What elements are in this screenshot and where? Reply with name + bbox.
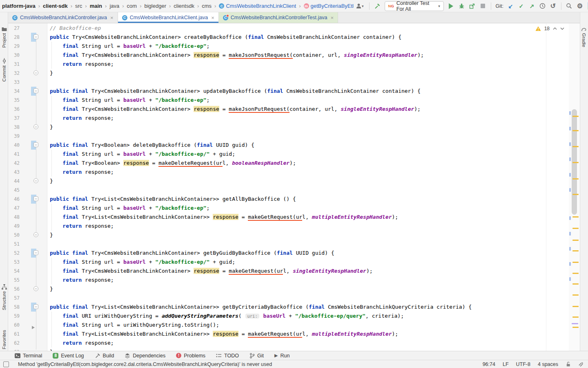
line-number[interactable]: 61 bbox=[8, 330, 20, 339]
code-line[interactable]: // Backoffice-ep bbox=[50, 24, 101, 33]
toolwindow-event-log[interactable]: 8 Event Log bbox=[53, 353, 84, 359]
stripe-vcs-mark[interactable] bbox=[569, 232, 571, 236]
toolwindow-terminal[interactable]: Terminal bbox=[15, 353, 42, 359]
stripe-warning-mark[interactable] bbox=[572, 283, 579, 285]
chevron-down-icon[interactable] bbox=[560, 27, 564, 30]
line-number[interactable]: 58 bbox=[8, 303, 20, 312]
stripe-vcs-mark[interactable] bbox=[569, 111, 571, 115]
line-number[interactable]: 29 bbox=[8, 42, 20, 51]
stripe-warning-mark[interactable] bbox=[572, 146, 579, 147]
search-icon[interactable] bbox=[566, 2, 572, 10]
code-line[interactable]: public Try<CmsWebsiteBranchLinkContainer… bbox=[50, 33, 401, 42]
sidebar-item-project[interactable]: Project bbox=[0, 27, 8, 48]
line-number[interactable]: 39 bbox=[8, 132, 20, 141]
error-stripe[interactable] bbox=[569, 23, 580, 351]
tab-controller-java[interactable]: C CmsWebsiteBranchLinkController.java × bbox=[8, 12, 118, 23]
gutter[interactable]: 2728−29303132−3334−35363738−3940−4142434… bbox=[8, 23, 47, 351]
code-line[interactable]: } bbox=[50, 285, 53, 294]
fold-end-icon[interactable]: − bbox=[33, 286, 38, 291]
line-number[interactable]: 62 bbox=[8, 339, 20, 348]
git-push-icon[interactable]: ↗ bbox=[528, 2, 535, 10]
close-icon[interactable]: × bbox=[211, 15, 214, 21]
gutter-arrow-icon[interactable] bbox=[32, 326, 35, 329]
stripe-warning-mark[interactable] bbox=[572, 194, 579, 195]
line-number[interactable]: 33 bbox=[8, 78, 20, 87]
breadcrumb-item[interactable]: cms bbox=[200, 2, 213, 9]
stripe-warning-mark[interactable] bbox=[572, 250, 579, 251]
code-line[interactable]: } bbox=[50, 231, 53, 240]
toolwindow-dependencies[interactable]: Dependencies bbox=[125, 353, 165, 359]
stripe-info-mark[interactable] bbox=[572, 323, 578, 324]
stripe-vcs-mark[interactable] bbox=[569, 127, 571, 130]
code-line[interactable]: final Try<CmsWebsiteBranchLinkContainer>… bbox=[50, 267, 373, 276]
fold-end-icon[interactable]: − bbox=[33, 70, 38, 75]
breadcrumb-item[interactable]: src bbox=[74, 2, 83, 9]
stripe-warning-mark[interactable] bbox=[572, 116, 579, 117]
stripe-vcs-mark[interactable] bbox=[569, 173, 571, 177]
code-line[interactable]: return response; bbox=[50, 168, 114, 177]
toolwindow-build[interactable]: Build bbox=[95, 353, 114, 359]
git-update-icon[interactable]: ↙ bbox=[507, 2, 514, 10]
stripe-vcs-mark[interactable] bbox=[569, 247, 571, 251]
stripe-vcs-mark[interactable] bbox=[569, 277, 571, 281]
line-number[interactable]: 57 bbox=[8, 294, 20, 303]
stripe-vcs-mark[interactable] bbox=[569, 142, 571, 146]
sidebar-item-structure[interactable]: Structure bbox=[0, 284, 8, 310]
code-line[interactable]: final String url = baseUrl + "/backoffic… bbox=[50, 258, 235, 267]
fold-end-icon[interactable]: − bbox=[33, 124, 38, 129]
close-icon[interactable]: × bbox=[110, 15, 114, 21]
stripe-warning-mark[interactable] bbox=[572, 240, 579, 241]
line-number[interactable]: 35 bbox=[8, 96, 20, 105]
toolwindow-todo[interactable]: TODO bbox=[216, 353, 239, 359]
line-number[interactable]: 48 bbox=[8, 213, 20, 222]
stop-button[interactable] bbox=[479, 2, 486, 10]
line-number[interactable]: 37 bbox=[8, 114, 20, 123]
line-number[interactable]: 47 bbox=[8, 204, 20, 213]
stripe-warning-mark[interactable] bbox=[572, 228, 579, 229]
code-line[interactable]: } bbox=[50, 177, 53, 186]
line-number[interactable]: 46 bbox=[8, 195, 20, 204]
fold-start-icon[interactable]: − bbox=[33, 142, 38, 147]
user-icon[interactable]: ▾ bbox=[355, 2, 365, 10]
code-line[interactable]: final String url = baseUrl + "/backoffic… bbox=[50, 150, 235, 159]
stripe-warning-mark[interactable] bbox=[572, 327, 579, 328]
line-number[interactable]: 30 bbox=[8, 51, 20, 60]
inspections-widget[interactable]: 18 bbox=[534, 25, 566, 32]
line-number[interactable]: 36 bbox=[8, 105, 20, 114]
history-clock-icon[interactable] bbox=[539, 2, 546, 10]
stripe-warning-mark[interactable] bbox=[572, 216, 579, 218]
stripe-warning-mark[interactable] bbox=[572, 306, 579, 307]
stripe-vcs-mark[interactable] bbox=[569, 216, 571, 220]
line-number[interactable]: 54 bbox=[8, 267, 20, 276]
stripe-vcs-mark[interactable] bbox=[569, 188, 571, 192]
line-number[interactable]: 49 bbox=[8, 222, 20, 231]
gear-icon[interactable]: ⚙ bbox=[576, 2, 583, 10]
line-number[interactable]: 27 bbox=[8, 24, 20, 33]
breadcrumb-item[interactable]: client-sdk bbox=[42, 2, 69, 9]
breadcrumb-item[interactable]: com bbox=[126, 2, 138, 9]
stripe-vcs-mark[interactable] bbox=[569, 262, 571, 266]
line-separator[interactable]: LF bbox=[503, 361, 509, 367]
build-hammer-icon[interactable] bbox=[374, 2, 381, 10]
breadcrumb-item[interactable]: platform-java bbox=[1, 2, 37, 9]
code-line[interactable]: public final Try<List<CmsWebsiteBranchLi… bbox=[50, 195, 296, 204]
caret-position[interactable]: 96:74 bbox=[483, 361, 495, 367]
line-number[interactable]: 43 bbox=[8, 168, 20, 177]
breadcrumb-item[interactable]: main bbox=[89, 2, 103, 9]
stripe-warning-mark[interactable] bbox=[572, 316, 579, 318]
line-number[interactable]: 59 bbox=[8, 312, 20, 321]
line-number[interactable]: 60 bbox=[8, 321, 20, 330]
line-number[interactable]: 31 bbox=[8, 60, 20, 69]
code-line[interactable]: final String url = baseUrl + "/backoffic… bbox=[50, 204, 209, 213]
line-number[interactable]: 45 bbox=[8, 186, 20, 195]
line-number[interactable]: 32 bbox=[8, 69, 20, 78]
line-number[interactable]: 41 bbox=[8, 150, 20, 159]
code-line[interactable]: final Try<List<CmsWebsiteBranchLinkConta… bbox=[50, 213, 398, 222]
lock-open-icon[interactable] bbox=[566, 361, 571, 367]
fold-start-icon[interactable]: − bbox=[33, 304, 38, 309]
line-number[interactable]: 42 bbox=[8, 159, 20, 168]
line-number[interactable]: 38 bbox=[8, 123, 20, 132]
stripe-warning-mark[interactable] bbox=[572, 178, 579, 180]
breadcrumb-item[interactable]: mgetByCriteriaByEtl bbox=[303, 2, 355, 9]
stripe-warning-mark[interactable] bbox=[572, 262, 579, 263]
